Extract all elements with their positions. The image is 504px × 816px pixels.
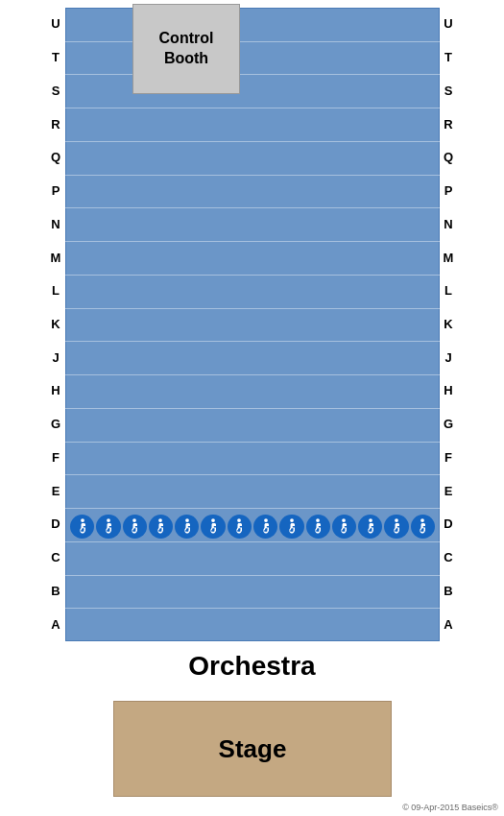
svg-point-1	[107, 519, 110, 523]
row-label-left-M: M	[46, 251, 65, 265]
svg-point-8	[290, 519, 294, 523]
control-booth-label: Control Booth	[159, 29, 214, 69]
svg-point-11	[369, 519, 372, 523]
accessibility-icon-6	[201, 515, 225, 539]
row-label-left-R: R	[46, 117, 65, 132]
venue-map: Control Booth UTSRQPNMLKJHGFEDCBA UTSRQP…	[0, 0, 504, 816]
row-label-right-M: M	[439, 251, 458, 265]
row-label-left-E: E	[46, 484, 65, 498]
accessibility-row	[65, 510, 440, 543]
control-booth: Control Booth	[132, 4, 240, 94]
row-label-left-A: A	[46, 617, 65, 632]
accessibility-icon-9	[279, 515, 303, 539]
row-label-right-G: G	[439, 417, 458, 431]
row-label-right-F: F	[439, 450, 458, 465]
row-label-left-S: S	[46, 84, 65, 98]
accessibility-icon-8	[253, 515, 277, 539]
svg-point-3	[159, 519, 163, 523]
row-label-left-U: U	[46, 16, 65, 31]
svg-point-13	[420, 519, 424, 523]
accessibility-icon-13	[384, 515, 408, 539]
accessibility-icon-12	[358, 515, 382, 539]
row-label-left-B: B	[46, 584, 65, 598]
row-label-right-C: C	[439, 550, 458, 564]
accessibility-icon-4	[149, 515, 173, 539]
accessibility-icon-11	[332, 515, 356, 539]
row-label-right-U: U	[439, 16, 458, 31]
accessibility-icon-5	[175, 515, 199, 539]
accessibility-icon-1	[70, 515, 94, 539]
copyright: © 09-Apr-2015 Baseics®	[402, 803, 498, 812]
row-label-right-D: D	[439, 516, 458, 531]
accessibility-icon-10	[306, 515, 330, 539]
svg-point-12	[395, 519, 398, 523]
row-label-left-L: L	[46, 283, 65, 298]
stage-label: Stage	[219, 734, 287, 764]
svg-point-0	[81, 519, 84, 523]
row-label-left-P: P	[46, 183, 65, 198]
accessibility-icon-14	[411, 515, 435, 539]
row-label-right-E: E	[439, 484, 458, 498]
row-label-left-G: G	[46, 417, 65, 431]
svg-point-2	[132, 519, 136, 523]
row-label-right-B: B	[439, 584, 458, 598]
orchestra-label: Orchestra	[0, 651, 504, 682]
accessibility-icon-2	[96, 515, 120, 539]
row-label-left-J: J	[46, 350, 65, 365]
row-label-right-T: T	[439, 50, 458, 64]
seating-area	[65, 8, 440, 641]
row-label-right-P: P	[439, 183, 458, 198]
row-label-right-Q: Q	[439, 150, 458, 164]
row-label-left-T: T	[46, 50, 65, 64]
row-label-right-L: L	[439, 283, 458, 298]
row-label-left-Q: Q	[46, 150, 65, 164]
row-label-right-K: K	[439, 317, 458, 331]
row-label-left-F: F	[46, 450, 65, 465]
svg-point-10	[343, 519, 347, 523]
row-label-left-N: N	[46, 217, 65, 231]
svg-point-7	[264, 519, 268, 523]
row-label-right-N: N	[439, 217, 458, 231]
row-label-left-K: K	[46, 317, 65, 331]
accessibility-icon-3	[123, 515, 147, 539]
svg-point-6	[237, 519, 241, 523]
svg-point-5	[211, 519, 215, 523]
row-label-left-C: C	[46, 550, 65, 564]
row-label-right-A: A	[439, 617, 458, 632]
row-labels-left: UTSRQPNMLKJHGFEDCBA	[46, 8, 65, 641]
row-labels-right: UTSRQPNMLKJHGFEDCBA	[439, 8, 458, 641]
row-label-right-H: H	[439, 383, 458, 397]
stage-area: Stage	[113, 701, 392, 797]
svg-point-4	[185, 519, 189, 523]
row-label-right-J: J	[439, 350, 458, 365]
row-label-left-H: H	[46, 383, 65, 397]
row-label-right-R: R	[439, 117, 458, 132]
row-label-left-D: D	[46, 516, 65, 531]
svg-point-9	[316, 519, 320, 523]
accessibility-icon-7	[228, 515, 252, 539]
row-label-right-S: S	[439, 84, 458, 98]
